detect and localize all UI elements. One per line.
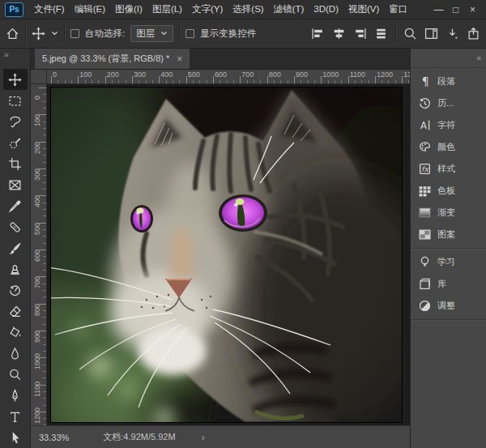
distribute-icon[interactable] — [374, 27, 388, 41]
show-transform-checkbox[interactable] — [185, 29, 194, 38]
tool-frame[interactable] — [3, 174, 28, 195]
align-center-icon[interactable] — [332, 27, 346, 41]
tool-type[interactable] — [3, 406, 28, 427]
menu-item-8[interactable]: 3D(D) — [309, 0, 343, 19]
align-left-icon[interactable] — [311, 27, 325, 41]
ruler-v-label-600: 600 — [33, 250, 41, 262]
ruler-v-label-0: 0 — [33, 96, 41, 100]
panel-item-character[interactable]: A字符 — [411, 114, 486, 136]
close-button[interactable]: × — [464, 1, 481, 19]
tool-quick-selection[interactable] — [3, 132, 28, 153]
tool-history-brush[interactable] — [3, 279, 28, 301]
panel-item-label: 调整 — [437, 300, 455, 312]
chevron-down-icon[interactable] — [51, 31, 58, 36]
ruler-corner — [31, 70, 47, 84]
menu-item-5[interactable]: 文字(Y) — [187, 0, 228, 19]
ruler-h-label-1200: 1200 — [377, 70, 393, 79]
panel-item-pattern[interactable]: 图案 — [411, 224, 486, 245]
panel-item-libraries[interactable]: 库 — [411, 273, 486, 295]
panel-item-learn[interactable]: 学习 — [411, 251, 486, 273]
menu-item-6[interactable]: 选择(S) — [228, 0, 268, 19]
panel-item-styles[interactable]: fx样式 — [411, 158, 486, 180]
align-right-icon[interactable] — [353, 27, 367, 41]
panel-item-adjustments[interactable]: 调整 — [411, 295, 486, 317]
document-tab-title: 5.jpeg @ 33.3% (背景, RGB/8) * — [42, 53, 169, 65]
menu-item-3[interactable]: 图像(I) — [110, 0, 147, 19]
status-options-chevron[interactable]: › — [202, 431, 205, 443]
menu-item-9[interactable]: 视图(V) — [343, 0, 384, 19]
tool-clone-stamp[interactable] — [3, 258, 28, 279]
zoom-level-field[interactable]: 33.33% — [39, 433, 69, 442]
search-icon[interactable] — [403, 27, 417, 41]
panel-item-label: 学习 — [437, 256, 455, 268]
menu-item-7[interactable]: 滤镜(T) — [269, 0, 309, 19]
panel-item-paragraph[interactable]: ¶段落 — [411, 70, 486, 92]
separator — [64, 23, 65, 45]
panel-collapse-button[interactable]: « — [411, 49, 486, 68]
panel-item-swatches[interactable]: 色板 — [411, 180, 486, 202]
panel-item-label: 样式 — [437, 163, 455, 175]
tool-brush[interactable] — [3, 237, 28, 258]
type-icon — [8, 410, 22, 424]
workspace-icon[interactable] — [424, 27, 438, 41]
sync-icon[interactable] — [446, 27, 459, 41]
horizontal-ruler[interactable]: 0100200300400500600700800900100011001200… — [47, 70, 410, 84]
menu-item-10[interactable]: 窗口 — [384, 0, 412, 19]
panel-item-gradient[interactable]: 渐变 — [411, 202, 486, 224]
toolstrip-collapse-button[interactable]: » — [0, 49, 30, 60]
ruler-h-label-0: 0 — [53, 70, 57, 79]
menu-item-2[interactable]: 编辑(E) — [70, 0, 110, 19]
panel-item-color[interactable]: 颜色 — [411, 136, 486, 158]
ruler-h-label-100: 100 — [79, 70, 92, 79]
gradient-icon — [415, 206, 434, 220]
panel-group: 学习库调整 — [411, 249, 486, 320]
adjustments-icon — [415, 299, 434, 313]
panel-item-history[interactable]: 历... — [411, 92, 486, 114]
maximize-button[interactable]: □ — [447, 1, 464, 19]
options-bar-right — [311, 23, 480, 45]
share-icon[interactable] — [467, 27, 480, 41]
tool-rectangular-marquee[interactable] — [3, 90, 28, 111]
menu-item-1[interactable]: 文件(F) — [29, 0, 70, 19]
tool-lasso[interactable] — [3, 111, 28, 132]
window-controls: — □ × — [430, 1, 481, 19]
minimize-button[interactable]: — — [430, 1, 447, 19]
cat-photo — [51, 87, 402, 422]
tool-move[interactable] — [3, 69, 28, 90]
tool-pen[interactable] — [3, 385, 28, 406]
panel-item-label: 颜色 — [437, 141, 455, 153]
tool-eraser[interactable] — [3, 301, 28, 322]
auto-select-checkbox[interactable] — [70, 29, 79, 38]
ruler-v-label-300: 300 — [33, 169, 41, 181]
auto-select-target-value: 图层 — [136, 28, 155, 40]
dodge-icon — [8, 368, 22, 382]
auto-select-target-dropdown[interactable]: 图层 — [130, 25, 173, 42]
libraries-icon — [415, 277, 434, 291]
ruler-h-label-700: 700 — [241, 70, 254, 79]
blur-icon — [8, 347, 22, 361]
tool-path-selection[interactable] — [3, 427, 28, 448]
tool-spot-healing[interactable] — [3, 216, 28, 237]
tool-strip: » — [0, 49, 31, 448]
home-icon[interactable] — [6, 27, 19, 41]
tool-eyedropper[interactable] — [3, 195, 28, 216]
eyedropper-icon — [8, 199, 22, 213]
tool-gradient[interactable] — [3, 322, 28, 343]
move-tool-icon[interactable] — [32, 27, 45, 41]
vertical-ruler[interactable]: 0100200300400500600700800900100011001200 — [31, 84, 47, 425]
show-transform-label: 显示变换控件 — [200, 28, 256, 40]
clone-stamp-icon — [8, 262, 22, 276]
separator — [395, 23, 396, 45]
history-brush-icon — [8, 284, 22, 297]
panel-item-label: 历... — [437, 97, 454, 109]
document-tab[interactable]: 5.jpeg @ 33.3% (背景, RGB/8) * × — [35, 49, 190, 69]
tool-blur[interactable] — [3, 343, 28, 364]
menu-item-4[interactable]: 图层(L) — [147, 0, 187, 19]
canvas-image[interactable] — [51, 87, 402, 422]
gradient-icon — [8, 326, 22, 339]
tab-close-icon[interactable]: × — [177, 53, 182, 65]
menu-items: 文件(F)编辑(E)图像(I)图层(L)文字(Y)选择(S)滤镜(T)3D(D)… — [29, 0, 412, 19]
panel-dock: « ¶段落历...A字符颜色fx样式色板渐变图案学习库调整 — [410, 49, 486, 448]
tool-crop[interactable] — [3, 153, 28, 174]
tool-dodge[interactable] — [3, 364, 28, 385]
